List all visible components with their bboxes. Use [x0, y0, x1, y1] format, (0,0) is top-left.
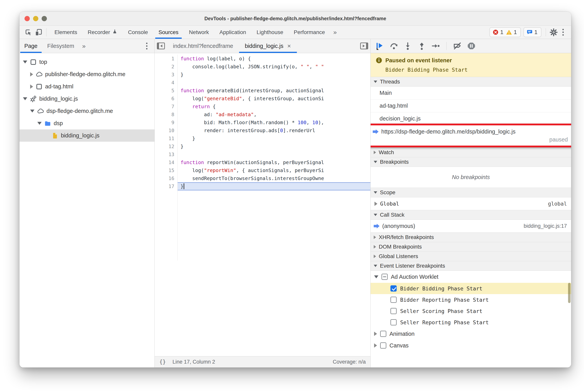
navigator-tab-page[interactable]: Page [19, 39, 42, 53]
elb-group-ad-auction-worklet[interactable]: Ad Auction Worklet [371, 271, 571, 283]
section-xhr-breakpoints[interactable]: XHR/fetch Breakpoints [371, 232, 571, 242]
folder-icon [44, 120, 51, 127]
code-line-7[interactable]: 7 return { [155, 102, 370, 110]
section-dom-breakpoints[interactable]: DOM Breakpoints [371, 242, 571, 252]
tab-console[interactable]: Console [123, 26, 153, 39]
tree-item-dsp-fledge-demo-glitch-me[interactable]: dsp-fledge-demo.glitch.me [19, 105, 154, 117]
step-into-icon[interactable] [402, 40, 414, 52]
editor-tab-index-html-fencedframe[interactable]: index.html?fencedframe [167, 39, 239, 53]
navigator-tab-filesystem[interactable]: Filesystem [42, 39, 79, 53]
seller-scoring-phase-start-checkbox[interactable] [390, 308, 397, 314]
code-line-16[interactable]: 16 sendReportTo(browserSignals.interestG… [155, 174, 370, 182]
animation-checkbox[interactable] [380, 331, 386, 337]
show-debugger-sidebar-icon[interactable] [358, 39, 370, 53]
breakpoint-seller-scoring-phase-start[interactable]: Seller Scoring Phase Start [371, 306, 571, 317]
code-line-15[interactable]: 15 log("reportWin", { auctionSignals, pe… [155, 166, 370, 174]
show-navigator-icon[interactable] [155, 39, 167, 53]
code-line-2[interactable]: 2 console.log(label, JSON.stringify(o, "… [155, 63, 370, 71]
seller-reporting-phase-start-checkbox[interactable] [390, 319, 397, 326]
errors-warnings-badge[interactable]: 1 1 [490, 27, 521, 37]
resume-script-icon[interactable] [374, 40, 386, 52]
code-line-12[interactable]: 12} [155, 142, 370, 150]
tab-recorder[interactable]: Recorder [82, 26, 123, 39]
tree-item-publisher-fledge-demo-glitch-me[interactable]: publisher-fledge-demo.glitch.me [19, 68, 154, 80]
tab-performance[interactable]: Performance [288, 26, 330, 39]
code-line-14[interactable]: 14function reportWin(auctionSignals, per… [155, 158, 370, 166]
pause-on-exceptions-icon[interactable] [465, 40, 477, 52]
issues-badge[interactable]: 1 [524, 27, 542, 37]
code-text: console.log(label, JSON.stringify(o, " "… [178, 63, 370, 71]
navigator-tabs: PageFilesystem » [19, 39, 154, 53]
code-line-17[interactable]: 17} [155, 182, 370, 190]
code-editor[interactable]: 1function log(label, o) {2 console.log(l… [155, 53, 370, 356]
tree-item-dsp[interactable]: dsp [19, 117, 154, 130]
inspect-element-icon[interactable] [23, 27, 33, 37]
section-global-listeners[interactable]: Global Listeners [371, 252, 571, 261]
code-line-11[interactable]: 11 } [155, 134, 370, 142]
editor-tab-bidding-logic-js[interactable]: bidding_logic.js× [239, 39, 297, 53]
section-scope[interactable]: Scope [371, 188, 571, 197]
zoom-window-button[interactable] [42, 16, 47, 21]
code-text: render: interestGroup.ads[0].renderUrl [178, 126, 370, 134]
elb-category-animation[interactable]: Animation [371, 328, 571, 340]
section-threads[interactable]: Threads [371, 77, 571, 86]
call-stack-frame[interactable]: (anonymous)bidding_logic.js:17 [371, 220, 571, 232]
section-breakpoints[interactable]: Breakpoints [371, 157, 571, 167]
step-icon[interactable] [430, 40, 442, 52]
step-out-icon[interactable] [416, 40, 428, 52]
paused-thread-row[interactable]: https://dsp-fledge-demo.glitch.me/dsp/bi… [372, 128, 571, 135]
device-toolbar-icon[interactable] [33, 27, 43, 37]
pretty-print-icon[interactable]: {} [159, 359, 166, 365]
bidder-reporting-phase-start-checkbox[interactable] [390, 297, 397, 303]
code-line-10[interactable]: 10 render: interestGroup.ads[0].renderUr… [155, 126, 370, 134]
breakpoint-seller-reporting-phase-start[interactable]: Seller Reporting Phase Start [371, 317, 571, 328]
code-line-3[interactable]: 3} [155, 71, 370, 79]
tab-network[interactable]: Network [184, 26, 214, 39]
section-event-listener-breakpoints[interactable]: Event Listener Breakpoints [371, 261, 571, 271]
step-over-icon[interactable] [388, 40, 400, 52]
breakpoint-bidder-bidding-phase-start[interactable]: Bidder Bidding Phase Start [371, 283, 571, 294]
main-menu-kebab-icon[interactable] [559, 27, 567, 37]
elb-category-canvas[interactable]: Canvas [371, 340, 571, 351]
tab-sources[interactable]: Sources [153, 26, 184, 39]
section-call-stack[interactable]: Call Stack [371, 210, 571, 220]
thread-row-ad-tag-html[interactable]: ad-tag.html [371, 100, 571, 112]
code-line-4[interactable]: 4 [155, 79, 370, 86]
tree-item-bidding-logic-js[interactable]: bidding_logic.js [19, 130, 154, 142]
chevron-down-icon [374, 214, 377, 216]
close-icon[interactable]: × [287, 42, 291, 50]
ad-auction-worklet-checkbox[interactable] [382, 274, 388, 280]
tree-item-ad-tag-html[interactable]: ad-tag.html [19, 80, 154, 93]
code-line-1[interactable]: 1function log(label, o) { [155, 55, 370, 63]
deactivate-breakpoints-icon[interactable] [451, 40, 463, 52]
chevron-right-icon [30, 84, 33, 89]
thread-row-main[interactable]: Main [371, 86, 571, 100]
line-number: 8 [155, 110, 178, 118]
tab-application[interactable]: Application [214, 26, 251, 39]
settings-gear-icon[interactable] [549, 27, 559, 37]
code-line-8[interactable]: 8 ad: "ad-metadata", [155, 110, 370, 118]
tab-elements[interactable]: Elements [49, 26, 82, 39]
section-watch[interactable]: Watch [371, 148, 571, 157]
breakpoint-bidder-reporting-phase-start[interactable]: Bidder Reporting Phase Start [371, 294, 571, 306]
code-line-9[interactable]: 9 bid: Math.floor(Math.random() * 100, 1… [155, 118, 370, 126]
more-tabs-button[interactable]: » [330, 28, 340, 36]
thread-row-decision-logic-js[interactable]: decision_logic.js [371, 112, 571, 125]
scope-row-global[interactable]: Globalglobal [371, 197, 571, 210]
navigator-menu-kebab-icon[interactable] [142, 41, 151, 51]
chevron-right-icon [374, 343, 377, 348]
code-line-6[interactable]: 6 log("generateBid", { interestGroup, au… [155, 94, 370, 102]
close-window-button[interactable] [24, 16, 30, 21]
minimize-window-button[interactable] [33, 16, 38, 21]
code-line-5[interactable]: 5function generateBid(interestGroup, auc… [155, 86, 370, 94]
bidder-bidding-phase-start-checkbox[interactable] [390, 285, 397, 292]
sidebar-scrollbar-thumb[interactable] [568, 283, 571, 303]
code-line-13[interactable]: 13 [155, 150, 370, 158]
canvas-checkbox[interactable] [380, 342, 386, 348]
code-text: log("reportWin", { auctionSignals, perBu… [178, 166, 370, 174]
more-navigator-tabs-button[interactable]: » [79, 42, 89, 50]
tree-item-bidding-logic-js[interactable]: bidding_logic.js [19, 93, 154, 105]
tree-item-top[interactable]: top [19, 56, 154, 68]
tab-lighthouse[interactable]: Lighthouse [251, 26, 288, 39]
category-label: Animation [390, 331, 415, 337]
